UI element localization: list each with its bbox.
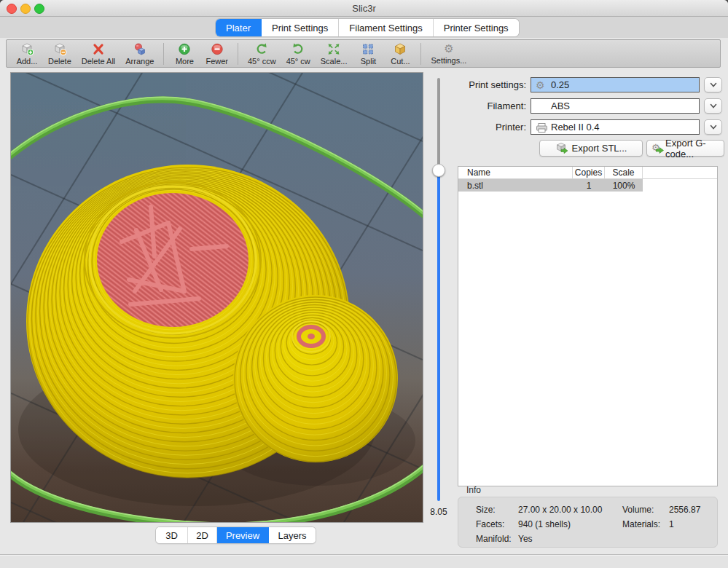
row-name: b.stl <box>458 179 573 192</box>
window-title: Slic3r <box>0 3 728 14</box>
add-label: Add... <box>17 57 38 66</box>
print-settings-dropdown-button[interactable] <box>704 77 722 92</box>
printer-icon <box>536 122 548 133</box>
scale-label: Scale... <box>321 57 348 66</box>
print-settings-value: 0.25 <box>551 79 569 90</box>
chevron-down-icon <box>710 82 717 87</box>
filament-label: Filament: <box>457 100 526 111</box>
scale-arrows-icon <box>326 42 341 56</box>
cut-cube-icon <box>393 42 407 56</box>
column-header-scale: Scale <box>605 167 643 178</box>
info-box: Size: 27.00 x 20.00 x 10.00 Volume: 2556… <box>458 497 718 548</box>
settings-label: Settings... <box>431 56 466 65</box>
tab-print-settings[interactable]: Print Settings <box>262 19 339 36</box>
view-3d-button[interactable]: 3D <box>156 527 188 543</box>
chevron-down-icon <box>710 125 717 130</box>
volume-label: Volume: <box>622 505 654 515</box>
settings-button[interactable]: ⚙ Settings... <box>426 42 471 66</box>
tab-strip: Plater Print Settings Filament Settings … <box>0 17 728 38</box>
printer-combo[interactable]: Rebel II 0.4 <box>531 119 700 135</box>
arrange-icon <box>133 42 147 56</box>
printer-label: Printer: <box>457 122 526 133</box>
printer-dropdown-button[interactable] <box>704 119 722 135</box>
delete-button[interactable]: Delete <box>43 42 77 66</box>
print-settings-combo[interactable]: ⚙ 0.25 <box>531 77 700 92</box>
arrange-label: Arrange <box>125 57 154 66</box>
table-row[interactable]: b.stl 1 100% <box>458 179 717 192</box>
export-gcode-button[interactable]: ⚙ Export G-code... <box>646 140 724 157</box>
delete-label: Delete <box>48 57 71 66</box>
chevron-down-icon <box>710 103 717 109</box>
filament-value: ABS <box>551 100 570 111</box>
more-label: More <box>176 57 194 66</box>
object-list: Name Copies Scale b.stl 1 100% <box>458 166 718 486</box>
materials-label: Materials: <box>622 519 660 529</box>
row-copies: 1 <box>573 179 605 192</box>
slic3r-window: Slic3r Plater Print Settings Filament Se… <box>0 0 728 568</box>
view-layers-button[interactable]: Layers <box>269 527 316 543</box>
printer-value: Rebel II 0.4 <box>551 122 600 133</box>
info-section-title: Info <box>466 485 481 495</box>
title-bar: Slic3r <box>0 0 728 17</box>
plus-circle-icon <box>177 42 192 56</box>
export-stl-icon <box>555 142 568 154</box>
split-button[interactable]: Split <box>352 42 384 66</box>
add-button[interactable]: Add... <box>11 42 43 66</box>
volume-value: 2556.87 <box>669 505 700 515</box>
gear-icon: ⚙ <box>536 79 545 92</box>
manifold-value: Yes <box>518 534 533 544</box>
red-cross-icon <box>91 42 106 56</box>
column-header-name: Name <box>458 167 573 178</box>
layer-slider-track[interactable] <box>437 78 440 170</box>
rotate-cw-button[interactable]: 45° cw <box>281 42 316 66</box>
tab-filament-settings[interactable]: Filament Settings <box>339 19 433 36</box>
scale-button[interactable]: Scale... <box>316 42 353 66</box>
main-tabs: Plater Print Settings Filament Settings … <box>216 19 519 36</box>
layer-height-value: 8.05 <box>423 507 455 517</box>
export-stl-label: Export STL... <box>572 143 627 154</box>
delete-all-button[interactable]: Delete All <box>77 42 120 66</box>
column-header-copies: Copies <box>573 167 605 178</box>
view-mode-switcher: 3D 2D Preview Layers <box>156 527 316 543</box>
toolbar-separator <box>420 43 421 65</box>
fewer-label: Fewer <box>206 57 228 66</box>
cut-button[interactable]: Cut... <box>384 42 416 66</box>
3d-viewport[interactable] <box>11 73 423 522</box>
print-settings-label: Print settings: <box>457 79 526 90</box>
toolbar: Add... Delete Delete All <box>6 39 721 68</box>
view-preview-button[interactable]: Preview <box>217 527 269 543</box>
size-value: 27.00 x 20.00 x 10.00 <box>518 505 602 515</box>
rotate-cw-label: 45° cw <box>286 57 310 66</box>
rotate-ccw-icon <box>254 42 269 56</box>
filament-combo[interactable]: ABS <box>531 98 700 114</box>
split-label: Split <box>361 57 376 66</box>
cube-add-icon <box>20 42 34 56</box>
rotate-cw-icon <box>291 42 305 56</box>
split-cubes-icon <box>361 42 375 56</box>
delete-all-label: Delete All <box>82 57 115 66</box>
preview-scene <box>11 73 423 522</box>
view-2d-button[interactable]: 2D <box>188 527 217 543</box>
row-scale: 100% <box>605 179 643 192</box>
materials-value: 1 <box>669 519 674 529</box>
facets-value: 940 (1 shells) <box>518 519 571 529</box>
fewer-button[interactable]: Fewer <box>200 42 233 66</box>
rotate-ccw-label: 45° ccw <box>248 57 276 66</box>
object-list-header: Name Copies Scale <box>458 167 717 179</box>
export-stl-button[interactable]: Export STL... <box>539 140 643 157</box>
size-label: Size: <box>476 505 496 515</box>
small-object <box>233 295 398 462</box>
facets-label: Facets: <box>476 519 504 529</box>
arrange-button[interactable]: Arrange <box>120 42 159 66</box>
layer-slider-thumb[interactable] <box>432 164 445 177</box>
tab-printer-settings[interactable]: Printer Settings <box>434 19 519 36</box>
export-gcode-label: Export G-code... <box>665 138 719 159</box>
minus-circle-icon <box>210 42 224 56</box>
more-button[interactable]: More <box>168 42 200 66</box>
manifold-label: Manifold: <box>476 534 512 544</box>
cut-label: Cut... <box>391 57 410 66</box>
tab-plater[interactable]: Plater <box>216 19 262 36</box>
filament-dropdown-button[interactable] <box>704 98 722 114</box>
rotate-ccw-button[interactable]: 45° ccw <box>243 42 281 66</box>
layer-slider-filled-track[interactable] <box>437 170 440 501</box>
